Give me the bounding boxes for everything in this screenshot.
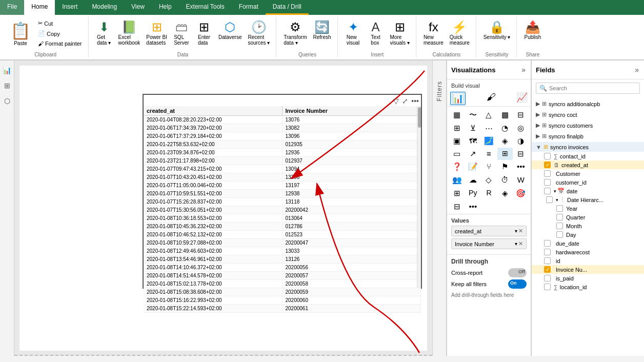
remove-icon2[interactable]: ✕ — [518, 240, 523, 247]
viz-icon-custom2[interactable]: ⏱ — [497, 174, 513, 186]
viz-type-icon-analytics[interactable]: 📈 — [516, 92, 528, 105]
viz-icon-decomp-tree[interactable]: ⑂ — [481, 160, 496, 173]
tree-item-invoice-nu[interactable]: ✓ Invoice Nu... — [532, 265, 644, 274]
checkbox-customer-id[interactable] — [544, 179, 551, 186]
viz-icon-key-influencers[interactable]: ⚑ — [497, 160, 513, 173]
viz-icon-slicer[interactable]: ≡ — [481, 148, 496, 160]
checkbox-date[interactable] — [544, 188, 551, 194]
canvas-white[interactable]: ▽ ⤢ ••• created_at Invoice Number 2020-0… — [19, 66, 427, 351]
viz-icon-table[interactable]: ⊞ — [497, 148, 513, 160]
viz-icon-funnel[interactable]: ⊻ — [465, 122, 480, 134]
checkbox-location-id[interactable] — [544, 284, 551, 290]
refresh-button[interactable]: 🔄 Refresh — [311, 19, 333, 41]
viz-icon-azure-map[interactable]: ◈ — [497, 135, 513, 147]
viz-icon-qa[interactable]: ❓ — [449, 160, 465, 173]
viz-icon-scatter[interactable]: ⋯ — [481, 122, 496, 134]
checkbox-id[interactable] — [544, 257, 551, 264]
viz-panel-collapse-btn[interactable]: » — [520, 65, 527, 75]
keep-all-filters-toggle[interactable] — [508, 279, 527, 289]
checkbox-quarter[interactable] — [556, 214, 563, 220]
viz-icon-smart-narrative[interactable]: 📝 — [465, 160, 480, 173]
viz-icon-card[interactable]: ▭ — [449, 148, 465, 160]
tree-item-month[interactable]: Month — [552, 222, 644, 230]
tree-item-contact-id[interactable]: ∑ contact_id — [532, 152, 644, 160]
chevron-down-icon[interactable]: ▾ — [515, 228, 517, 234]
filter-icon[interactable]: ▽ — [393, 97, 399, 105]
checkbox-date-hierarchy[interactable] — [546, 196, 553, 203]
sidebar-icon-data[interactable]: ⊞ — [2, 80, 13, 91]
viz-icon-custom9[interactable]: ⊟ — [449, 200, 465, 213]
sidebar-icon-model[interactable]: ⬡ — [2, 95, 13, 107]
viz-icon-custom10[interactable]: ••• — [465, 200, 480, 213]
tree-item-is-paid[interactable]: is_paid — [532, 274, 644, 283]
tab-external-tools[interactable]: External Tools — [179, 0, 232, 15]
tab-data-drill[interactable]: Data / Drill — [266, 0, 309, 15]
checkbox-is-paid[interactable] — [544, 275, 551, 281]
tree-item-quarter[interactable]: Quarter — [552, 213, 644, 222]
tab-help[interactable]: Help — [152, 0, 179, 15]
checkbox-customer[interactable] — [544, 170, 551, 177]
checkbox-day[interactable] — [556, 231, 563, 238]
viz-icon-map[interactable]: 🗺 — [465, 135, 480, 147]
tab-view[interactable]: View — [124, 0, 152, 15]
checkbox-hardwarecost[interactable] — [544, 249, 551, 255]
focus-mode-icon[interactable]: ⤢ — [402, 97, 408, 105]
viz-icon-donut[interactable]: ◎ — [513, 122, 529, 134]
viz-icon-pie[interactable]: ◔ — [497, 122, 513, 134]
tab-format[interactable]: Format — [232, 0, 266, 15]
viz-icon-custom11[interactable] — [481, 200, 496, 213]
checkbox-due-date[interactable] — [544, 240, 551, 247]
sensitivity-button[interactable]: 🔒 Sensitivity ▾ — [481, 19, 513, 41]
viz-icon-line[interactable]: 〜 — [465, 109, 480, 122]
quick-measure-button[interactable]: ⚡ Quickmeasure — [448, 19, 472, 47]
checkbox-contact-id[interactable] — [544, 153, 551, 159]
sidebar-icon-report[interactable]: 📊 — [2, 65, 13, 76]
transform-data-button[interactable]: ⚙ Transformdata ▾ — [281, 19, 309, 47]
checkbox-year[interactable] — [556, 205, 563, 212]
tree-group-syncro-customers-header[interactable]: ▶ ⊞ syncro customers — [532, 120, 644, 130]
more-visuals-button[interactable]: ⊞ Morevisuals ▾ — [388, 19, 412, 47]
tree-item-created-at[interactable]: ✓ 🗓 created_at — [532, 160, 644, 169]
tree-item-date[interactable]: ▾ 📅 date — [532, 187, 644, 195]
cross-report-toggle[interactable] — [508, 268, 527, 277]
tree-group-syncro-additionalcpb-header[interactable]: ▶ ⊞ syncro additionalcpb — [532, 99, 644, 109]
viz-icon-bar[interactable]: ▦ — [449, 109, 465, 122]
viz-icon-kpi[interactable]: ↗ — [465, 148, 480, 160]
new-visual-button[interactable]: ✦ Newvisual — [343, 19, 364, 47]
tree-group-syncro-coct-header[interactable]: ▶ ⊞ syncro coct — [532, 110, 644, 119]
viz-icon-word-cloud[interactable]: ☁ — [465, 174, 480, 186]
viz-type-icon-bar[interactable]: 📊 — [450, 92, 466, 105]
tree-group-syncro-finalpb-header[interactable]: ▶ ⊞ syncro finalpb — [532, 131, 644, 141]
value-pill-invoice-number[interactable]: Invoice Number ▾ ✕ — [451, 238, 527, 249]
paste-button[interactable]: 📋 Paste — [7, 19, 34, 48]
viz-icon-custom12[interactable] — [497, 200, 513, 213]
viz-type-icon-brush[interactable]: 🖌 — [487, 92, 496, 105]
viz-icon-custom6[interactable]: R — [481, 187, 496, 199]
viz-icon-more[interactable]: ••• — [513, 160, 529, 173]
viz-icon-custom13[interactable] — [513, 200, 529, 213]
more-options-icon[interactable]: ••• — [411, 97, 419, 105]
viz-icon-custom4[interactable]: ⊞ — [449, 187, 465, 199]
powerbi-datasets-button[interactable]: ⊞ Power BIdatasets — [144, 19, 169, 47]
enter-data-button[interactable]: ⊞ Enterdata — [194, 19, 214, 47]
publish-button[interactable]: 📤 Publish — [522, 19, 543, 41]
tree-item-customer-id[interactable]: customer_id — [532, 178, 644, 187]
dataverse-button[interactable]: ⬡ Dataverse — [216, 19, 244, 41]
viz-icon-waterfall[interactable]: ⊞ — [449, 122, 465, 134]
new-measure-button[interactable]: fx Newmeasure — [421, 19, 446, 47]
get-data-button[interactable]: ⬇ Getdata ▾ — [94, 19, 114, 47]
viz-icon-area[interactable]: △ — [481, 109, 496, 122]
value-pill-created-at[interactable]: created_at ▾ ✕ — [451, 226, 527, 236]
viz-icon-matrix[interactable]: ⊟ — [513, 148, 529, 160]
viz-icon-custom3[interactable]: W — [513, 174, 529, 186]
tree-item-id[interactable]: id — [532, 256, 644, 265]
tree-group-syncro-invoices-header[interactable]: ▼ ⊞ syncro invoices — [532, 142, 644, 152]
tree-item-customer[interactable]: Customer — [532, 169, 644, 178]
viz-icon-clustered-bar[interactable]: ▩ — [497, 109, 513, 122]
viz-icon-custom8[interactable]: 🎯 — [513, 187, 529, 199]
copy-button[interactable]: 📄 Copy — [36, 29, 84, 38]
excel-button[interactable]: 📗 Excelworkbook — [116, 19, 143, 47]
tree-item-year[interactable]: Year — [552, 204, 644, 213]
viz-icon-gauge[interactable]: ◑ — [513, 135, 529, 147]
checkbox-created-at[interactable]: ✓ — [544, 162, 551, 168]
